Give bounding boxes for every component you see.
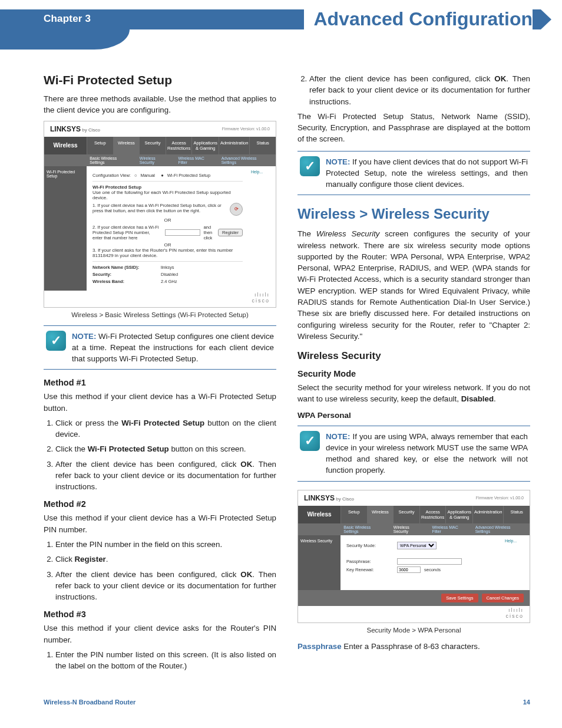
heading-wps: Wi-Fi Protected Setup: [44, 73, 276, 87]
page-header: Chapter 3 Advanced Configuration: [0, 0, 562, 35]
method1-steps: Click or press the Wi-Fi Protected Setup…: [44, 417, 276, 493]
note-manual-config: NOTE: If you have client devices that do…: [297, 151, 530, 196]
heading-wireless-security-page: Wireless > Wireless Security: [297, 206, 530, 222]
security-mode-desc: Select the security method for your wire…: [297, 382, 530, 405]
passphrase-line: Passphrase Enter a Passphrase of 8-63 ch…: [297, 641, 530, 652]
wireless-security-desc: The Wireless Security screen configures …: [297, 228, 530, 342]
figure-wpa-screenshot: LINKSYS by Cisco Firmware Version: v1.00…: [297, 490, 530, 623]
method2-steps: Enter the PIN number in the field on thi…: [44, 539, 276, 602]
heading-wpa-personal: WPA Personal: [297, 411, 530, 420]
check-icon: [300, 156, 320, 176]
page-footer: Wireless-N Broadband Router 14: [0, 675, 562, 706]
right-column: After the client device has been configu…: [297, 70, 530, 675]
check-icon: [300, 431, 320, 451]
heading-security-mode: Security Mode: [297, 369, 530, 378]
method2-desc: Use this method if your client device ha…: [44, 512, 276, 535]
heading-method3: Method #3: [44, 610, 276, 619]
wps-icon: ⟳: [230, 203, 243, 216]
method3-steps-cont: After the client device has been configu…: [297, 73, 530, 107]
footer-page-number: 14: [523, 699, 530, 706]
wps-intro: There are three methods available. Use t…: [44, 93, 276, 116]
note-wpa-same-key: NOTE: If you are using WPA, always remem…: [297, 426, 530, 482]
chapter-label: Chapter 3: [44, 13, 91, 25]
footer-product: Wireless-N Broadband Router: [44, 699, 135, 706]
heading-method1: Method #1: [44, 378, 276, 387]
figure2-caption: Security Mode > WPA Personal: [297, 627, 530, 634]
page-title: Advanced Configuration: [304, 8, 533, 30]
note-wps-one-device: NOTE: Wi-Fi Protected Setup configures o…: [44, 325, 276, 370]
method3-desc: Use this method if your client device as…: [44, 622, 276, 645]
wps-status-para: The Wi-Fi Protected Setup Status, Networ…: [297, 111, 530, 145]
left-column: Wi-Fi Protected Setup There are three me…: [44, 70, 276, 675]
check-icon: [46, 331, 66, 351]
figure1-caption: Wireless > Basic Wireless Settings (Wi-F…: [44, 311, 276, 318]
method1-desc: Use this method if your client device ha…: [44, 391, 276, 414]
heading-wireless-security: Wireless Security: [297, 350, 530, 362]
method3-steps: Enter the PIN number listed on this scre…: [44, 649, 276, 672]
figure-wps-screenshot: LINKSYS by Cisco Firmware Version: v1.00…: [44, 121, 276, 308]
heading-method2: Method #2: [44, 499, 276, 509]
